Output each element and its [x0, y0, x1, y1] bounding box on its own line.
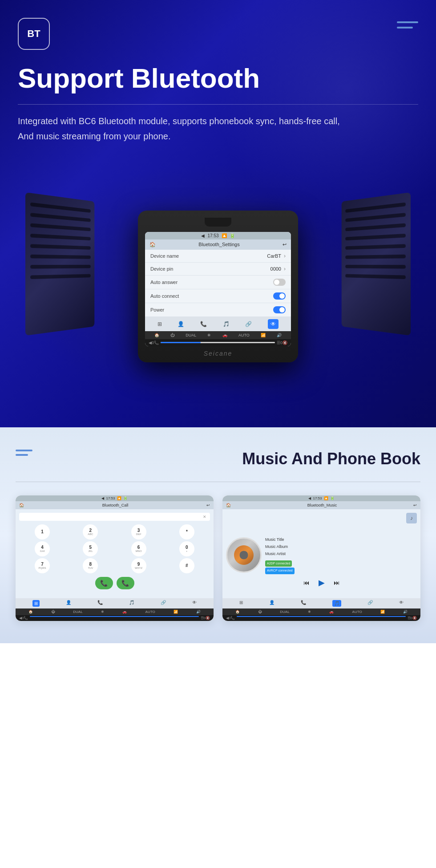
hamburger-menu-icon[interactable] [397, 18, 418, 28]
home-icon[interactable]: 🏠 [28, 610, 33, 614]
dialpad-4[interactable]: 4GHI [35, 541, 50, 556]
mute-icon[interactable]: 🔇 [206, 616, 210, 620]
redial-button[interactable]: 📞 [117, 577, 134, 589]
screen-bottom-bar: ⊞ 👤 📞 🎵 🔗 👁 [145, 317, 291, 331]
section2-menu-icon[interactable] [16, 450, 32, 456]
link-icon[interactable]: 🔗 [245, 321, 252, 327]
progress-mini2 [237, 616, 405, 617]
call-music-icon[interactable]: 🎵 [129, 600, 134, 607]
prev-button[interactable]: ⏮ [303, 579, 310, 586]
music-link-icon[interactable]: 🔗 [367, 600, 373, 607]
music-back-nav-icon[interactable]: ↩ [413, 503, 417, 507]
apps-icon[interactable]: ⊞ [157, 321, 162, 327]
phone-icon[interactable]: 📞 [200, 321, 207, 327]
call-back-icon[interactable]: ◀ [101, 496, 104, 500]
battery-icon: 🔋 [230, 233, 235, 238]
music-phone-icon[interactable]: 📞 [301, 600, 306, 607]
wifi-icon: 📶 [174, 610, 178, 614]
music-note-icon[interactable]: ♪ [406, 513, 417, 523]
dialpad-hash[interactable]: # [179, 558, 194, 573]
device-name-row[interactable]: Device name CarBT › [145, 250, 291, 263]
progress-mini [30, 616, 198, 617]
music-user-icon[interactable]: 👤 [269, 600, 275, 607]
power-toggle[interactable] [273, 306, 286, 313]
call-clear-icon[interactable]: ✕ [203, 515, 206, 519]
music-eye-icon[interactable]: 👁 [399, 600, 404, 607]
music-home-icon[interactable]: 🏠 [226, 503, 231, 507]
call-link-icon[interactable]: 🔗 [161, 600, 166, 607]
auto-label: AUTO [352, 610, 362, 614]
volume-icon[interactable]: 🔊 [277, 333, 282, 337]
vol-icon[interactable]: 🔊 [403, 610, 408, 614]
auto-answer-row: Auto answer [145, 276, 291, 289]
music-controls: ⏮ ▶ ⏭ [226, 574, 417, 591]
music-sys-bar: 🏠 ⏻ DUAL ❄ 🚗 AUTO 📶 🔊 [222, 608, 420, 615]
music-icon[interactable]: 🎵 [223, 321, 230, 327]
dialpad-5[interactable]: 5JKL [83, 541, 98, 556]
call-nav-bar: 🏠 Bluetooth_Call ↩ [16, 501, 214, 509]
music-note-bottom-icon[interactable]: 🎵 [332, 600, 341, 607]
menu-nav-icon[interactable]: ☰ [277, 341, 280, 345]
wifi-icon: 📶 [261, 333, 266, 337]
brand-label: Seicane [145, 346, 291, 359]
dialpad-1[interactable]: 1 [35, 524, 50, 539]
music-content: ♪ Music Title Music Album Music Artist A… [222, 509, 420, 598]
menu-icon[interactable]: ☰ [201, 616, 204, 620]
phone-icon[interactable]: 📞 [230, 616, 235, 620]
dialpad-star[interactable]: * [179, 524, 194, 539]
menu-icon[interactable]: ☰ [408, 616, 411, 620]
call-nav-bottom: ◀ 0 📞 ☰ 0 🔇 [16, 615, 214, 621]
call-back-nav-icon[interactable]: ↩ [206, 503, 210, 507]
hero-section: BT Support Bluetooth Integrated with BC6… [0, 0, 436, 427]
back-nav-icon[interactable]: ◀ [149, 341, 152, 345]
power-icon[interactable]: ⏻ [258, 610, 262, 614]
user-icon[interactable]: 👤 [178, 321, 184, 327]
call-phone-icon[interactable]: 📞 [97, 600, 103, 607]
auto-connect-toggle[interactable] [273, 292, 286, 300]
mute-icon[interactable]: 🔇 [283, 341, 287, 345]
section2-header: Music And Phone Book [16, 450, 420, 468]
dialpad-6[interactable]: 6MNO [131, 541, 146, 556]
chevron-icon: › [284, 253, 286, 259]
head-unit-top-notch [205, 218, 231, 227]
call-button[interactable]: 📞 [95, 577, 113, 589]
home-icon[interactable]: 🏠 [149, 242, 156, 247]
auto-answer-toggle[interactable] [273, 279, 286, 286]
dialpad-0[interactable]: 0+ [179, 541, 194, 556]
call-user-icon[interactable]: 👤 [66, 600, 71, 607]
back-arrow-icon[interactable]: ◀ [201, 233, 205, 238]
dialpad-9[interactable]: 9WXYZ [131, 558, 146, 573]
call-apps-icon[interactable]: ⊞ [32, 600, 40, 607]
call-buttons: 📞 📞 [19, 573, 210, 591]
screen-nav-title: Bluetooth_Settings [198, 242, 239, 247]
music-album: Music Album [265, 543, 295, 550]
back-icon[interactable]: ↩ [283, 242, 287, 247]
dialpad-3[interactable]: 3DEF [131, 524, 146, 539]
call-search-bar[interactable]: ✕ [19, 513, 210, 521]
dialpad-8[interactable]: 8TUV [83, 558, 98, 573]
home-icon[interactable]: 🏠 [235, 610, 240, 614]
camera-icon[interactable]: 👁 [268, 319, 279, 329]
device-pin-row[interactable]: Device pin 0000 › [145, 263, 291, 276]
call-time: 17:53 [106, 496, 115, 500]
play-button[interactable]: ▶ [319, 578, 325, 588]
call-home-icon[interactable]: 🏠 [19, 503, 24, 507]
dialpad-7[interactable]: 7PQRS [35, 558, 50, 573]
dialpad-2[interactable]: 2ABC [83, 524, 98, 539]
vol-icon[interactable]: 🔊 [196, 610, 201, 614]
power-icon[interactable]: ⏻ [51, 610, 55, 614]
signal-icon: 🔼 [222, 233, 227, 238]
power-sys-icon[interactable]: ⏻ [170, 333, 174, 337]
mute-icon[interactable]: 🔇 [412, 616, 417, 620]
music-apps-icon[interactable]: ⊞ [239, 600, 243, 607]
music-back-icon[interactable]: ◀ [308, 496, 311, 500]
phone-icon[interactable]: 📞 [24, 616, 28, 620]
call-eye-icon[interactable]: 👁 [192, 600, 197, 607]
next-button[interactable]: ⏭ [334, 579, 340, 586]
section2-title: Music And Phone Book [242, 450, 420, 468]
home-sys-icon[interactable]: 🏠 [154, 333, 159, 337]
screen-settings-content: Device name CarBT › Device pin 0000 › [145, 250, 291, 317]
dual-label: DUAL [280, 610, 289, 614]
car-vent-right [342, 192, 411, 336]
phone-nav-icon[interactable]: 📞 [154, 341, 159, 345]
